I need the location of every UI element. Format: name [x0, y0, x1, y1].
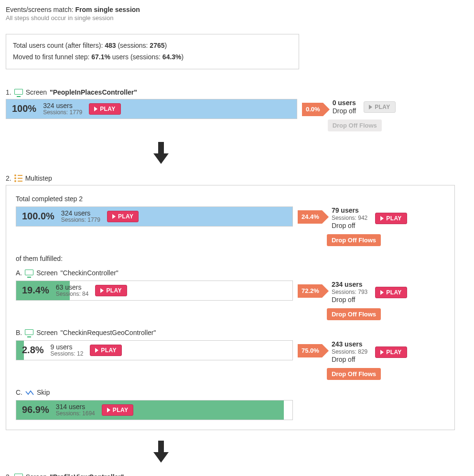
step1-index: 1.: [6, 88, 11, 96]
match-label: Events/screens match:: [6, 6, 74, 13]
step2-dropoff-users: 79 users: [332, 206, 367, 215]
summary-moved-label: Moved to first funnel step:: [13, 53, 89, 61]
multistep-word: Multistep: [25, 174, 52, 182]
step2A-dropoff-play-button[interactable]: PLAY: [375, 287, 407, 298]
summary-total-row: Total users count (after filters): 483 (…: [13, 40, 292, 52]
step2-play-button[interactable]: PLAY: [107, 211, 139, 222]
step2B-label: B. Screen "CheckinRequestGeoController": [16, 329, 445, 336]
step2B-index: B.: [16, 329, 22, 336]
summary-total-label: Total users count (after filters):: [13, 42, 103, 49]
summary-total-sessions: 2765: [150, 42, 164, 49]
summary-moved-pct: 67.1%: [91, 53, 110, 61]
step2C-index: C.: [16, 389, 22, 396]
step2B-bar: 2.8% 9 users Sessions: 12 PLAY: [16, 340, 293, 360]
step2B-dropoff-flows-button[interactable]: Drop Off Flows: [327, 368, 381, 380]
step1-sessions: Sessions: 1779: [43, 109, 82, 116]
summary-box: Total users count (after filters): 483 (…: [6, 34, 299, 69]
step2-total-bar: 100.0% 324 users Sessions: 1779 PLAY: [16, 206, 293, 227]
step2B-dropoff-play-button[interactable]: PLAY: [375, 346, 407, 358]
step1-dropoff-users: 0 users: [333, 99, 356, 108]
step2A-dropoff-flows-button[interactable]: Drop Off Flows: [327, 308, 381, 320]
step1-bar: 100% 324 users Sessions: 1779 PLAY: [6, 99, 297, 119]
step1-pct: 100%: [12, 103, 36, 114]
step2-total-label: Total completed step 2: [16, 195, 445, 203]
match-mode-line: Events/screens match: From single sessio…: [6, 6, 468, 13]
step2C-sessions: Sessions: 1694: [56, 411, 95, 417]
multistep-icon: [14, 174, 22, 182]
skip-word: Skip: [37, 389, 50, 396]
step2-label: 2. Multistep: [6, 174, 468, 182]
step3-label: 3. Screen "ProfileViewController": [6, 473, 468, 476]
arrow-down-icon: [6, 441, 316, 463]
step2B-users: 9 users: [51, 343, 84, 351]
step1-label: 1. Screen "PeopleInPlacesController": [6, 88, 468, 96]
step2-box: Total completed step 2 100.0% 324 users …: [6, 185, 455, 430]
step2A-dropoff-sessions: Sessions: 793: [332, 289, 367, 296]
step2B-dropoff-users: 243 users: [332, 340, 367, 349]
step1-dropoff-play-button: PLAY: [364, 101, 396, 113]
screen-word: Screen: [26, 473, 47, 476]
step2A-bar: 19.4% 63 users Sessions: 84 PLAY: [16, 281, 293, 301]
skip-icon: [25, 389, 34, 395]
summary-sessions-open2: (sessions:: [130, 53, 161, 61]
match-mode: From single session: [75, 6, 140, 13]
step2-dropoff-flows-button[interactable]: Drop Off Flows: [327, 234, 381, 246]
summary-sessions-open: (sessions:: [118, 42, 148, 49]
screen-word: Screen: [36, 329, 57, 336]
step1-users: 324 users: [43, 102, 82, 109]
step2C-pct: 96.9%: [22, 404, 49, 415]
step2C-label: C. Skip: [16, 389, 445, 396]
step2-dropoff-play-button[interactable]: PLAY: [375, 213, 407, 224]
step2B-dropoff-sessions: Sessions: 829: [332, 348, 367, 356]
step2B-pct: 2.8%: [22, 345, 44, 356]
step2-dropoff-sessions: Sessions: 942: [332, 215, 367, 222]
step2-fulfilled-label: of them fulfilled:: [16, 255, 445, 262]
step2A-label: A. Screen "CheckinController": [16, 269, 445, 277]
step2A-pct: 19.4%: [22, 285, 49, 296]
step2B-dropoff-pct-chip: 75.0%: [298, 344, 322, 357]
arrow-down-icon: [6, 142, 316, 164]
step2A-play-button[interactable]: PLAY: [95, 285, 127, 296]
step2A-name: "CheckinController": [61, 269, 118, 277]
screen-icon: [14, 89, 23, 96]
step2C-play-button[interactable]: PLAY: [102, 404, 134, 416]
step2C-bar: 96.9% 314 users Sessions: 1694 PLAY: [16, 400, 293, 420]
step1-dropoff: 0.0% 0 users Drop off PLAY Drop Off Flow…: [302, 99, 396, 131]
step2A-index: A.: [16, 269, 22, 277]
screen-word: Screen: [36, 269, 57, 277]
step2-users: 324 users: [61, 209, 100, 217]
step2A-dropoff-pct-chip: 72.2%: [298, 284, 322, 298]
step2-dropoff-label: Drop off: [332, 222, 367, 230]
summary-total-users: 483: [105, 42, 116, 49]
step2C-users: 314 users: [56, 403, 95, 411]
step1-play-button[interactable]: PLAY: [89, 103, 121, 115]
step2-pct: 100.0%: [22, 211, 54, 222]
summary-users-word: users: [112, 53, 129, 61]
step2A-sessions: Sessions: 84: [56, 291, 89, 298]
summary-close2: ): [182, 53, 184, 61]
screen-word: Screen: [26, 88, 47, 96]
summary-moved-row: Moved to first funnel step: 67.1% users …: [13, 52, 292, 63]
screen-icon: [14, 474, 23, 476]
screen-icon: [25, 329, 33, 336]
step2-dropoff-pct-chip: 24.4%: [298, 210, 322, 224]
step2-sessions: Sessions: 1779: [61, 217, 100, 224]
step1-dropoff-flows-button: Drop Off Flows: [328, 119, 382, 131]
screen-icon: [25, 270, 33, 276]
step2A-dropoff-users: 234 users: [332, 281, 367, 289]
step1-row: 100% 324 users Sessions: 1779 PLAY 0.0% …: [6, 99, 468, 131]
summary-moved-sessions-pct: 64.3%: [162, 53, 182, 61]
summary-close1: ): [165, 42, 167, 49]
step1-name: "PeopleInPlacesController": [50, 88, 137, 96]
step1-dropoff-label: Drop off: [333, 107, 356, 116]
step3-name: "ProfileViewController": [50, 473, 124, 476]
match-sub: All steps should occur in single session: [6, 14, 468, 22]
step2B-play-button[interactable]: PLAY: [90, 345, 122, 356]
step2A-users: 63 users: [56, 283, 89, 291]
step2-index: 2.: [6, 174, 11, 182]
step2B-name: "CheckinRequestGeoController": [61, 329, 156, 336]
step2B-sessions: Sessions: 12: [51, 351, 84, 357]
step3-index: 3.: [6, 473, 11, 476]
step1-dropoff-pct-chip: 0.0%: [302, 103, 323, 116]
